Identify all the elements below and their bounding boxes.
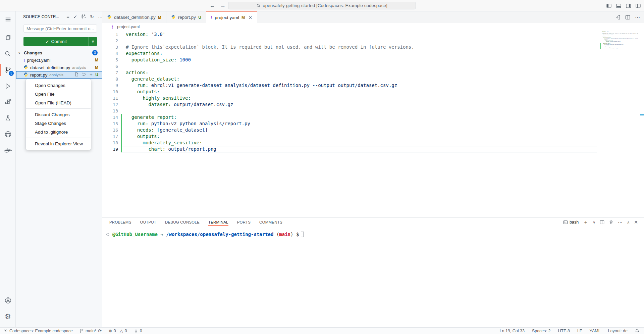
menu-item-open-file[interactable]: Open File <box>26 90 91 98</box>
encoding[interactable]: UTF-8 <box>558 329 570 333</box>
ports-indicator[interactable]: 0 <box>134 329 142 333</box>
more-actions-icon[interactable]: ⋯ <box>635 14 640 20</box>
maximize-panel-icon[interactable]: ∧ <box>627 220 630 225</box>
code-line-current[interactable]: 19 chart: output/report.png <box>102 146 644 152</box>
minimap[interactable]: version: '3.0'# Ignore this`expectation`… <box>600 31 638 55</box>
settings-gear-icon[interactable]: ⚙ <box>0 308 16 325</box>
panel-tab-problems[interactable]: PROBLEMS <box>109 218 131 227</box>
new-terminal-icon[interactable]: ＋ <box>583 219 588 226</box>
code-line[interactable]: 7actions: <box>102 69 644 76</box>
menu-item-reveal-in-explorer-view[interactable]: Reveal in Explorer View <box>26 139 91 148</box>
refresh-icon[interactable]: ↻ <box>90 14 94 19</box>
docker-icon[interactable] <box>0 142 16 158</box>
editor-tab-report.py[interactable]: report.pyU <box>166 11 206 23</box>
code-editor[interactable]: 1version: '3.0'23# Ignore this`expectati… <box>102 31 644 217</box>
menu-item-discard-changes[interactable]: Discard Changes <box>26 110 91 119</box>
scm-file-row[interactable]: !project.yamlM <box>16 56 102 64</box>
toggle-panel-icon[interactable] <box>616 4 621 8</box>
code-line[interactable]: 9 run: ehrql:v1 generate-dataset analysi… <box>102 82 644 89</box>
terminal-shell-label[interactable]: bash <box>563 220 579 225</box>
code-line[interactable]: 16 needs: [generate_dataset] <box>102 127 644 133</box>
code-line[interactable]: 6 <box>102 63 644 69</box>
view-as-list-icon[interactable]: ≡ <box>66 14 69 19</box>
split-editor-icon[interactable] <box>625 15 630 20</box>
breadcrumb[interactable]: ! project.yaml <box>102 23 644 31</box>
panel-tab-ports[interactable]: PORTS <box>237 218 251 227</box>
overview-ruler[interactable] <box>639 31 644 217</box>
problems-indicator[interactable]: ⊗ 0 △ 0 <box>108 328 127 333</box>
python-icon <box>23 65 28 70</box>
scm-file-row[interactable]: dataset_definition.pyanalysisM <box>16 64 102 71</box>
panel-tab-output[interactable]: OUTPUT <box>140 218 156 227</box>
notifications-bell-icon[interactable] <box>635 329 639 333</box>
menu-item-stage-changes[interactable]: Stage Changes <box>26 119 91 128</box>
branch-create-icon[interactable] <box>81 14 86 19</box>
keyboard-layout[interactable]: Layout: de <box>608 329 628 333</box>
scm-file-row[interactable]: report.pyanalysis＋U <box>16 71 102 79</box>
search-icon[interactable] <box>0 46 16 62</box>
commit-message-input[interactable]: Message (Ctrl+Enter to commit o... <box>23 25 97 33</box>
cursor-position[interactable]: Ln 19, Col 33 <box>500 329 525 333</box>
toggle-secondary-sidebar-icon[interactable] <box>626 4 631 8</box>
code-line[interactable]: 4expectations: <box>102 50 644 57</box>
line-number: 5 <box>102 57 118 63</box>
open-changes-icon[interactable] <box>615 15 621 20</box>
commit-button[interactable]: ✓ Commit ∨ <box>23 37 97 46</box>
indentation[interactable]: Spaces: 2 <box>532 329 551 333</box>
accounts-icon[interactable] <box>0 292 16 308</box>
code-line[interactable]: 14 generate_report: <box>102 114 644 121</box>
github-icon[interactable] <box>0 126 16 142</box>
open-file-icon[interactable] <box>74 72 79 78</box>
close-panel-icon[interactable]: ✕ <box>634 220 638 225</box>
editor-tab-project.yaml[interactable]: !project.yamlM✕ <box>206 11 257 23</box>
stage-icon[interactable]: ＋ <box>89 72 93 78</box>
panel-tab-terminal[interactable]: TERMINAL <box>208 218 228 227</box>
explorer-icon[interactable] <box>0 30 16 46</box>
git-status-letter: M <box>95 58 98 62</box>
remote-indicator[interactable]: Codespaces: Example codespace <box>3 329 73 333</box>
panel-tab-comments[interactable]: COMMENTS <box>259 218 282 227</box>
code-line[interactable]: 3# Ignore this`expectation` block. It is… <box>102 44 644 50</box>
code-line[interactable]: 10 outputs: <box>102 89 644 95</box>
code-line[interactable]: 12 dataset: output/dataset.csv.gz <box>102 101 644 108</box>
panel-more-icon[interactable]: ⋯ <box>618 220 623 225</box>
toggle-sidebar-icon[interactable] <box>606 4 611 8</box>
changes-section-header[interactable]: ∨ Changes 3 <box>16 49 102 56</box>
close-tab-icon[interactable]: ✕ <box>249 15 252 20</box>
source-control-icon[interactable]: 3 <box>0 62 16 78</box>
forward-icon[interactable]: → <box>220 2 226 9</box>
code-line[interactable]: 8 generate_dataset: <box>102 76 644 82</box>
command-center-search[interactable]: opensafely-getting-started [Codespaces: … <box>228 2 416 9</box>
code-line[interactable]: 1version: '3.0' <box>102 31 644 38</box>
testing-icon[interactable] <box>0 110 16 126</box>
branch-indicator[interactable]: main* ⟳ <box>79 328 102 333</box>
commit-check-icon[interactable]: ✓ <box>73 14 77 19</box>
code-line[interactable]: 17 outputs: <box>102 133 644 140</box>
menu-item-open-file-head-[interactable]: Open File (HEAD) <box>26 98 91 107</box>
code-line[interactable]: 2 <box>102 38 644 44</box>
extensions-icon[interactable] <box>0 94 16 110</box>
code-line[interactable]: 18 moderately_sensitive: <box>102 140 644 146</box>
language-mode[interactable]: YAML <box>589 329 600 333</box>
code-line[interactable]: 5 population_size: 1000 <box>102 57 644 63</box>
back-icon[interactable]: ← <box>210 2 215 9</box>
split-terminal-icon[interactable] <box>600 220 604 225</box>
run-debug-icon[interactable] <box>0 78 16 94</box>
panel-tab-debug-console[interactable]: DEBUG CONSOLE <box>165 218 200 227</box>
code-line[interactable]: 15 run: python:v2 python analysis/report… <box>102 121 644 127</box>
terminal[interactable]: @GitHub_Username → /workspaces/opensafel… <box>106 232 304 237</box>
discard-icon[interactable] <box>82 72 86 78</box>
eol[interactable]: LF <box>577 329 582 333</box>
commit-dropdown-button[interactable]: ∨ <box>89 37 97 46</box>
menu-item-add-to-gitignore[interactable]: Add to .gitignore <box>26 128 91 136</box>
radio-tower-icon <box>134 329 138 333</box>
kill-terminal-trash-icon[interactable] <box>609 220 613 225</box>
terminal-dropdown-icon[interactable]: ∨ <box>593 220 595 225</box>
customize-layout-icon[interactable] <box>636 4 641 8</box>
more-actions-icon[interactable]: ⋯ <box>98 14 103 19</box>
code-line[interactable]: 11 highly_sensitive: <box>102 95 644 101</box>
code-line[interactable]: 13 <box>102 108 644 114</box>
editor-tab-dataset_definition.py[interactable]: dataset_definition.pyM <box>102 11 166 23</box>
menu-item-open-changes[interactable]: Open Changes <box>26 81 91 90</box>
menu-icon[interactable] <box>0 11 16 28</box>
